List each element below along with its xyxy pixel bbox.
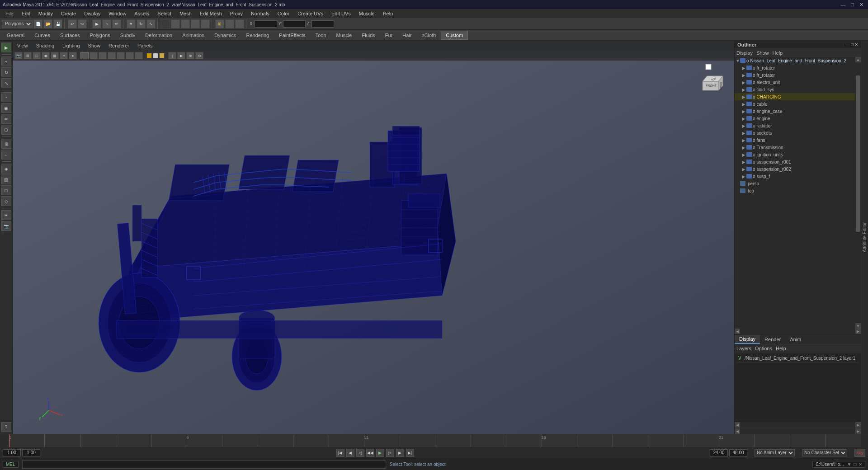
menu-display[interactable]: Display bbox=[80, 10, 104, 17]
vp-btn-display-2[interactable] bbox=[90, 52, 98, 59]
outliner-vertical-scrollbar[interactable]: ▲ ▼ bbox=[855, 57, 861, 329]
attribute-editor-label[interactable]: Attribute Editor bbox=[862, 222, 867, 252]
toolbar-paint[interactable]: ✏ bbox=[112, 19, 121, 28]
main-viewport[interactable]: View Shading Lighting Show Renderer Pane… bbox=[13, 41, 734, 434]
tab-painteffects[interactable]: PaintEffects bbox=[274, 31, 311, 40]
menu-muscle[interactable]: Muscle bbox=[355, 10, 378, 17]
layer-visibility[interactable]: V bbox=[738, 356, 745, 361]
vp-btn-color-2[interactable] bbox=[153, 53, 158, 58]
channel-menu-layers[interactable]: Layers bbox=[736, 346, 751, 351]
channel-scroll-h[interactable]: ◀ ▶ bbox=[735, 422, 861, 428]
menu-file[interactable]: File bbox=[2, 10, 17, 17]
tab-hair[interactable]: Hair bbox=[397, 31, 416, 40]
outliner-item-fr_rotater_2[interactable]: ▶ o fr_rotater bbox=[735, 71, 855, 79]
vp-btn-grid[interactable]: ⊞ bbox=[24, 52, 32, 59]
menu-assets[interactable]: Assets bbox=[131, 10, 153, 17]
artisan-btn[interactable]: ⬡ bbox=[1, 125, 11, 135]
tab-fluids[interactable]: Fluids bbox=[357, 31, 380, 40]
outliner-item-persp[interactable]: persp bbox=[735, 180, 855, 187]
channel-scroll-track-2[interactable] bbox=[740, 428, 855, 434]
mel-label[interactable]: MEL bbox=[3, 461, 19, 468]
go-to-start-btn[interactable]: |◀ bbox=[336, 449, 344, 457]
scroll-thumb[interactable] bbox=[856, 75, 860, 232]
sculpt-btn[interactable]: ◉ bbox=[1, 103, 11, 113]
outliner-horizontal-scrollbar[interactable]: ◀ ▶ bbox=[735, 329, 861, 334]
channel-scroll-right-2[interactable]: ▶ bbox=[855, 428, 861, 434]
anim-layer-select[interactable]: No Anim Layer bbox=[755, 449, 795, 456]
vp-btn-f[interactable]: ▶ bbox=[177, 52, 185, 59]
outliner-item-sockets[interactable]: ▶ o sockets bbox=[735, 129, 855, 136]
vp-btn-display-5[interactable] bbox=[117, 52, 125, 59]
toolbar-select[interactable]: ▶ bbox=[92, 19, 101, 28]
channel-scroll-track[interactable] bbox=[740, 422, 855, 428]
outliner-maximize[interactable]: □ bbox=[851, 42, 854, 47]
attribute-editor-side-tab[interactable]: Attribute Editor bbox=[861, 41, 868, 434]
viewport-menu-view[interactable]: View bbox=[15, 43, 30, 48]
toolbar-undo[interactable]: ↩ bbox=[68, 19, 77, 28]
vp-btn-wireframe[interactable]: □ bbox=[33, 52, 41, 59]
channel-tab-display[interactable]: Display bbox=[735, 335, 760, 344]
command-input[interactable] bbox=[22, 461, 386, 469]
tab-ncloth[interactable]: nCloth bbox=[416, 31, 441, 40]
channel-tab-render[interactable]: Render bbox=[760, 335, 785, 343]
toolbar-snap-grid[interactable]: ⊞ bbox=[215, 19, 224, 28]
tab-fur[interactable]: Fur bbox=[380, 31, 398, 40]
menu-mesh[interactable]: Mesh bbox=[176, 10, 195, 17]
play-btn[interactable]: ▶ bbox=[376, 449, 384, 457]
menu-create[interactable]: Create bbox=[57, 10, 80, 17]
start-frame-input[interactable]: 1.00 bbox=[3, 449, 21, 456]
toolbar-btn-d[interactable] bbox=[191, 19, 200, 28]
scale-tool-btn[interactable]: ⤡ bbox=[1, 78, 11, 88]
viewport-menu-show[interactable]: Show bbox=[86, 43, 103, 48]
tab-curves[interactable]: Curves bbox=[29, 31, 55, 40]
camera-btn[interactable]: 📷 bbox=[1, 221, 11, 231]
channel-menu-help[interactable]: Help bbox=[776, 346, 786, 351]
toolbar-scale[interactable]: ⤡ bbox=[146, 19, 156, 28]
render-btn[interactable]: ☀ bbox=[1, 210, 11, 220]
outliner-item-charging[interactable]: ▶ o CHARGING bbox=[735, 93, 855, 100]
outliner-minimize[interactable]: — bbox=[845, 42, 850, 47]
outliner-item-top[interactable]: top bbox=[735, 187, 855, 194]
outliner-item-cold_sys[interactable]: ▶ o cold_sys bbox=[735, 86, 855, 93]
vp-btn-display-1[interactable] bbox=[80, 52, 89, 59]
toolbar-new[interactable]: 📄 bbox=[33, 19, 42, 28]
toolbar-redo[interactable]: ↪ bbox=[78, 19, 87, 28]
outliner-menu-show[interactable]: Show bbox=[756, 50, 769, 56]
toolbar-lasso[interactable]: ○ bbox=[102, 19, 111, 28]
vp-btn-camera[interactable]: 📷 bbox=[14, 52, 23, 59]
key-btn[interactable]: Key bbox=[854, 449, 865, 457]
outliner-item-fr_rotater_1[interactable]: ▶ o fr_rotater bbox=[735, 64, 855, 71]
view-cube[interactable]: FRONT TOP RIGHT bbox=[696, 63, 725, 93]
outliner-item-electro_unit[interactable]: ▶ o electro_unit bbox=[735, 79, 855, 86]
tab-subdiv[interactable]: Subdiv bbox=[115, 31, 141, 40]
channel-scroll-left[interactable]: ◀ bbox=[735, 422, 740, 428]
outliner-item-suspension_r002[interactable]: ▶ o suspension_r002 bbox=[735, 165, 855, 173]
tab-deformation[interactable]: Deformation bbox=[140, 31, 177, 40]
go-to-end-btn[interactable]: ▶| bbox=[406, 449, 414, 457]
menu-help[interactable]: Help bbox=[379, 10, 397, 17]
vp-btn-lights[interactable]: ☀ bbox=[60, 52, 68, 59]
select-tool-btn[interactable]: ▶ bbox=[1, 42, 11, 52]
vp-btn-display-3[interactable] bbox=[99, 52, 107, 59]
outliner-menu-help[interactable]: Help bbox=[773, 50, 783, 56]
outliner-window-controls[interactable]: — □ ✕ bbox=[845, 42, 858, 47]
scroll-right-btn[interactable]: ▶ bbox=[855, 329, 861, 334]
toolbar-snap-curve[interactable] bbox=[225, 19, 234, 28]
vp-btn-shadows[interactable]: ● bbox=[69, 52, 77, 59]
channel-menu-options[interactable]: Options bbox=[755, 346, 772, 351]
outliner-item-susp_f[interactable]: ▶ o susp_f bbox=[735, 173, 855, 180]
viewport-menu-lighting[interactable]: Lighting bbox=[61, 43, 82, 48]
toolbar-btn-a[interactable] bbox=[161, 19, 170, 28]
tab-surfaces[interactable]: Surfaces bbox=[55, 31, 85, 40]
rotate-tool-btn[interactable]: ↻ bbox=[1, 67, 11, 77]
vp-btn-display-4[interactable] bbox=[108, 52, 116, 59]
vp-btn-g[interactable]: ⊕ bbox=[186, 52, 194, 59]
vp-btn-h[interactable]: ⊖ bbox=[195, 52, 203, 59]
scroll-track-h[interactable] bbox=[740, 329, 855, 334]
toolbar-save[interactable]: 💾 bbox=[53, 19, 62, 28]
viewport-menu-shading[interactable]: Shading bbox=[34, 43, 56, 48]
tab-dynamics[interactable]: Dynamics bbox=[209, 31, 241, 40]
next-frame-btn[interactable]: ▶ bbox=[396, 449, 404, 457]
measure-btn[interactable]: ↔ bbox=[1, 150, 11, 160]
tab-custom[interactable]: Custom bbox=[441, 31, 468, 40]
